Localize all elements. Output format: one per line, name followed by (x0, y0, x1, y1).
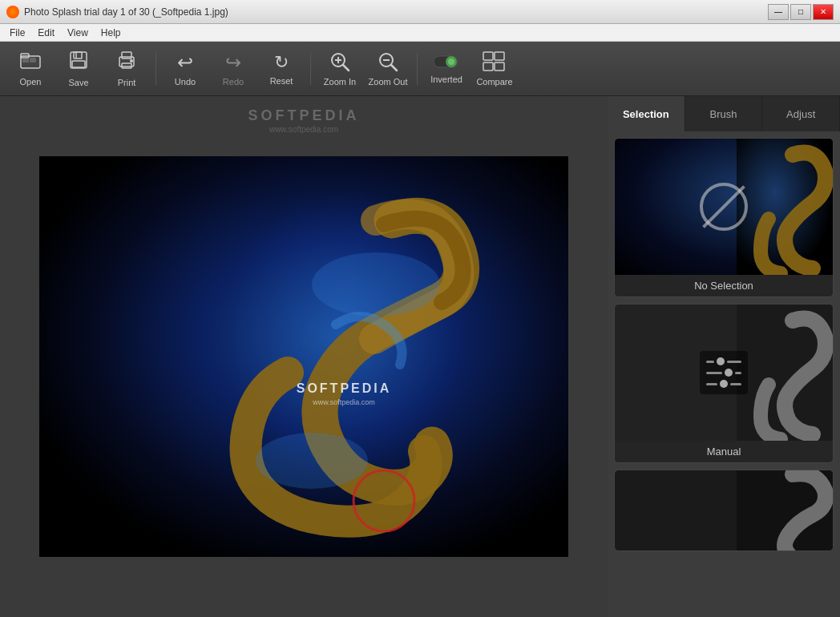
svg-line-18 (391, 65, 397, 71)
svg-point-21 (448, 58, 454, 65)
svg-text:www.softpedia.com: www.softpedia.com (312, 398, 375, 406)
save-label: Save (68, 78, 88, 87)
undo-label: Undo (175, 77, 196, 87)
reset-button[interactable]: ↻ Reset (259, 46, 304, 91)
no-selection-icon (700, 183, 748, 231)
redo-icon: ↪ (225, 51, 241, 74)
minimize-button[interactable]: — (768, 4, 789, 20)
canvas-area[interactable]: SOFTPEDIA www.softpedia.com SOFTPEDIA ww… (0, 96, 608, 617)
svg-point-11 (130, 59, 133, 63)
zoom-out-label: Zoom Out (369, 77, 408, 87)
zoom-in-button[interactable]: Zoom In (317, 46, 362, 91)
softpedia-watermark: SOFTPEDIA (248, 107, 359, 124)
panel-content: No Selection (608, 131, 840, 617)
tab-brush[interactable]: Brush (685, 96, 763, 131)
window-title: Photo Splash trial day 1 of 30 (_Softped… (24, 6, 768, 18)
svg-point-28 (312, 252, 440, 317)
manual-preview (615, 304, 833, 441)
menu-view[interactable]: View (61, 26, 95, 40)
menu-bar: File Edit View Help (0, 24, 840, 42)
svg-rect-24 (483, 63, 493, 71)
close-button[interactable]: ✕ (813, 4, 834, 20)
svg-rect-23 (495, 52, 504, 60)
zoom-in-icon (329, 51, 350, 74)
svg-point-29 (256, 433, 368, 489)
menu-edit[interactable]: Edit (31, 26, 61, 40)
no-selection-label: No Selection (615, 275, 833, 296)
open-label: Open (20, 77, 42, 87)
manual-card[interactable]: Manual (614, 304, 834, 463)
reset-label: Reset (270, 76, 293, 86)
manual-sliders-icon (700, 351, 748, 394)
compare-icon (483, 51, 507, 74)
no-selection-card[interactable]: No Selection (614, 138, 834, 297)
compare-button[interactable]: Compare (472, 46, 517, 91)
main-area: SOFTPEDIA www.softpedia.com SOFTPEDIA ww… (0, 96, 840, 617)
print-label: Print (118, 78, 136, 87)
inverted-icon (434, 54, 459, 71)
open-icon (20, 51, 41, 74)
separator-2 (310, 53, 311, 85)
open-button[interactable]: Open (8, 46, 53, 91)
inverted-label: Inverted (430, 75, 462, 84)
svg-rect-9 (122, 52, 131, 58)
third-preview (615, 470, 833, 550)
svg-rect-3 (30, 58, 36, 63)
title-bar: Photo Splash trial day 1 of 30 (_Softped… (0, 0, 840, 24)
right-panel: Selection Brush Adjust (608, 96, 840, 617)
zoom-out-button[interactable]: Zoom Out (365, 46, 410, 91)
save-button[interactable]: Save (56, 46, 101, 91)
manual-label: Manual (615, 441, 833, 462)
save-icon (69, 50, 88, 75)
print-icon (116, 50, 137, 75)
zoom-in-label: Zoom In (324, 77, 356, 87)
toolbar: Open Save Print ↩ Undo ↪ Redo ↻ Reset Zo… (0, 42, 840, 96)
window-controls: — □ ✕ (768, 4, 834, 20)
svg-text:SOFTPEDIA: SOFTPEDIA (297, 381, 392, 395)
photo-image: SOFTPEDIA www.softpedia.com (39, 156, 568, 557)
redo-button[interactable]: ↪ Redo (211, 46, 256, 91)
no-selection-preview (615, 139, 833, 275)
menu-file[interactable]: File (3, 26, 31, 40)
menu-help[interactable]: Help (95, 26, 127, 40)
app-icon (6, 6, 19, 18)
svg-rect-25 (495, 63, 504, 71)
svg-line-15 (343, 65, 349, 71)
maximize-button[interactable]: □ (790, 4, 811, 20)
tab-bar: Selection Brush Adjust (608, 96, 840, 131)
reset-icon: ↻ (274, 52, 289, 73)
svg-rect-2 (22, 58, 29, 63)
svg-rect-4 (71, 52, 87, 68)
tab-adjust[interactable]: Adjust (762, 96, 840, 131)
svg-rect-5 (74, 52, 82, 58)
compare-label: Compare (476, 77, 512, 87)
tab-selection[interactable]: Selection (608, 96, 685, 131)
undo-button[interactable]: ↩ Undo (163, 46, 208, 91)
svg-rect-10 (122, 63, 131, 68)
svg-rect-22 (483, 52, 493, 60)
separator-3 (417, 53, 418, 85)
image-canvas: SOFTPEDIA www.softpedia.com (39, 156, 568, 557)
svg-rect-6 (72, 61, 85, 67)
inverted-button[interactable]: Inverted (424, 46, 469, 91)
redo-label: Redo (223, 77, 244, 87)
print-button[interactable]: Print (104, 46, 149, 91)
zoom-out-icon (378, 51, 398, 74)
undo-icon: ↩ (177, 51, 193, 74)
third-card[interactable] (614, 470, 834, 551)
softpedia-url-watermark: www.softpedia.com (269, 125, 338, 134)
separator-1 (155, 53, 156, 85)
